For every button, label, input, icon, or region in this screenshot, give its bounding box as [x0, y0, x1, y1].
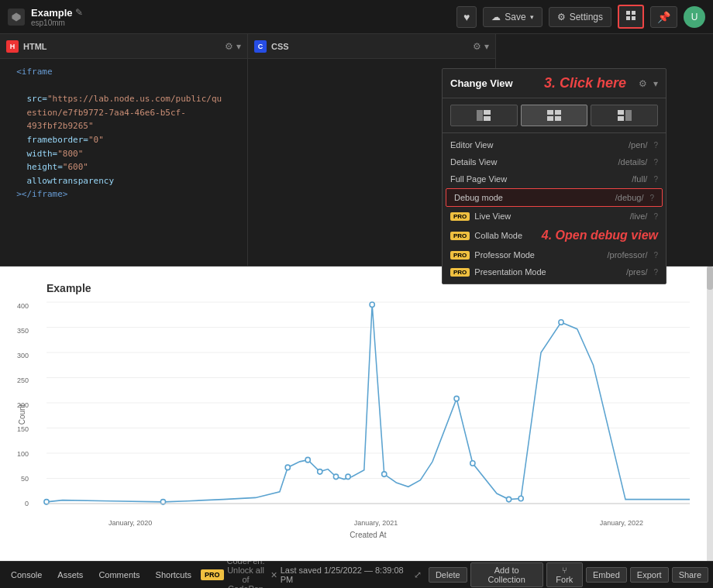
save-label: Save — [505, 12, 525, 22]
view-list: Editor View /pen/ ? Details View /detail… — [443, 133, 666, 284]
change-view-button[interactable] — [618, 5, 644, 29]
view-layout-right-btn[interactable] — [591, 105, 658, 126]
view-editor-path: /pen/ — [629, 140, 647, 150]
code-line: estion/e7fb9772-7aa4-46e6-b5cf- — [6, 106, 241, 120]
change-view-panel: Change View 3. Click here ⚙ ▾ Editor Vie… — [442, 68, 666, 284]
svg-rect-3 — [626, 16, 630, 20]
view-item-debug[interactable]: Debug mode /debug/ ? — [446, 188, 663, 207]
view-debug-label: Debug mode — [454, 193, 611, 202]
view-item-professor[interactable]: PRO Professor Mode /professor/ ? — [443, 246, 666, 263]
html-editor-body[interactable]: <iframe src="https://lab.node.us.com/pub… — [0, 59, 247, 266]
css-editor-header: C CSS ⚙ ▾ — [248, 34, 495, 59]
change-view-settings-icon[interactable]: ⚙ — [639, 78, 647, 89]
code-line: width="800" — [6, 147, 241, 161]
svg-point-31 — [370, 302, 374, 308]
view-item-live[interactable]: PRO Live View /live/ ? — [443, 208, 666, 225]
change-view-expand-icon[interactable]: ▾ — [653, 78, 658, 89]
svg-point-30 — [346, 474, 350, 480]
open-debug-annotation: 4. Open debug view — [542, 229, 658, 242]
svg-point-27 — [305, 457, 310, 462]
scrollbar-thumb[interactable] — [707, 266, 713, 290]
view-item-fullpage[interactable]: Full Page View /full/ ? — [443, 170, 666, 187]
svg-rect-5 — [477, 110, 483, 121]
pin-button[interactable]: 📌 — [650, 6, 677, 28]
view-details-help: ? — [653, 158, 658, 167]
code-line: frameborder="0" — [6, 133, 241, 147]
view-debug-help: ? — [649, 194, 654, 202]
svg-marker-0 — [12, 12, 20, 21]
svg-rect-2 — [632, 11, 636, 15]
y-tick: 50 — [21, 475, 29, 483]
svg-point-26 — [285, 465, 290, 470]
grid-view-icon — [625, 10, 636, 23]
svg-rect-1 — [626, 11, 630, 15]
change-view-header: Change View 3. Click here ⚙ ▾ — [443, 69, 666, 98]
view-layout-left-btn[interactable] — [450, 105, 518, 126]
heart-button[interactable]: ♥ — [456, 6, 477, 28]
css-expand-icon[interactable]: ▾ — [484, 41, 489, 52]
view-details-path: /details/ — [618, 157, 648, 167]
close-message-button[interactable]: × — [270, 569, 277, 581]
svg-rect-10 — [547, 116, 553, 121]
x-tick: January, 2022 — [600, 519, 643, 527]
code-line — [6, 79, 241, 93]
view-professor-label: Professor Mode — [474, 250, 602, 260]
y-tick: 300 — [17, 352, 29, 359]
svg-point-33 — [454, 396, 459, 401]
view-editor-help: ? — [653, 141, 658, 150]
x-axis-labels: January, 2020 January, 2021 January, 202… — [46, 519, 690, 527]
topbar: Example ✎ esp10mm ♥ ☁ Save ▾ ⚙ Settings … — [0, 0, 713, 34]
project-title-area: Example ✎ esp10mm — [31, 7, 83, 27]
view-editor-label: Editor View — [450, 140, 624, 150]
svg-point-29 — [333, 474, 338, 480]
html-expand-icon[interactable]: ▾ — [236, 41, 241, 52]
click-here-label: 3. Click here — [544, 75, 626, 91]
view-item-details[interactable]: Details View /details/ ? — [443, 153, 666, 170]
view-layout-grid-btn[interactable] — [521, 105, 588, 126]
edit-indicator[interactable]: ✎ — [75, 7, 83, 18]
svg-point-36 — [518, 496, 523, 501]
settings-button[interactable]: ⚙ Settings — [549, 7, 611, 27]
css-settings-icon[interactable]: ⚙ — [473, 41, 481, 52]
html-settings-icon[interactable]: ⚙ — [225, 41, 233, 52]
svg-rect-11 — [555, 116, 561, 121]
html-editor-panel: H HTML ⚙ ▾ <iframe src="https://lab.node… — [0, 34, 248, 266]
code-line: height="600" — [6, 160, 241, 174]
code-line: 493fbf2b9265" — [6, 119, 241, 133]
pro-bottom-badge: PRO — [201, 569, 224, 580]
view-item-collab[interactable]: PRO Collab Mode 4. Open debug view — [443, 225, 666, 246]
y-tick: 350 — [17, 327, 29, 335]
change-view-title: Change View — [450, 77, 538, 89]
css-lang-label: CSS — [271, 42, 468, 51]
pro-badge-collab: PRO — [450, 232, 470, 240]
preview-area: Example Count 400 350 300 250 200 150 10… — [0, 266, 713, 561]
project-sub: esp10mm — [31, 19, 83, 27]
view-item-presentation[interactable]: PRO Presentation Mode /pres/ ? — [443, 263, 666, 280]
view-item-editor[interactable]: Editor View /pen/ ? — [443, 136, 666, 153]
view-professor-help: ? — [653, 251, 658, 260]
x-tick: January, 2020 — [108, 519, 152, 527]
svg-rect-13 — [618, 116, 624, 121]
code-line: allowtransparency — [6, 174, 241, 188]
code-line: ></iframe> — [6, 187, 241, 201]
save-button[interactable]: ☁ Save ▾ — [483, 7, 542, 27]
code-line: src="https://lab.node.us.com/public/qu — [6, 92, 241, 106]
view-fullpage-label: Full Page View — [450, 174, 627, 184]
y-tick: 100 — [17, 450, 29, 458]
svg-rect-12 — [618, 110, 624, 115]
y-tick: 0 — [25, 500, 29, 507]
preview-scrollbar[interactable] — [707, 266, 713, 561]
avatar[interactable]: U — [684, 6, 705, 28]
view-live-path: /live/ — [630, 211, 648, 221]
view-presentation-label: Presentation Mode — [474, 267, 622, 277]
y-tick: 150 — [17, 425, 29, 433]
pro-badge-professor: PRO — [450, 251, 470, 260]
svg-rect-9 — [555, 110, 561, 115]
view-fullpage-path: /full/ — [632, 174, 647, 184]
view-details-label: Details View — [450, 157, 614, 167]
view-fullpage-help: ? — [653, 175, 658, 184]
project-name: Example — [31, 7, 72, 19]
view-live-help: ? — [653, 212, 658, 221]
svg-rect-7 — [484, 116, 491, 121]
svg-point-32 — [382, 472, 387, 477]
